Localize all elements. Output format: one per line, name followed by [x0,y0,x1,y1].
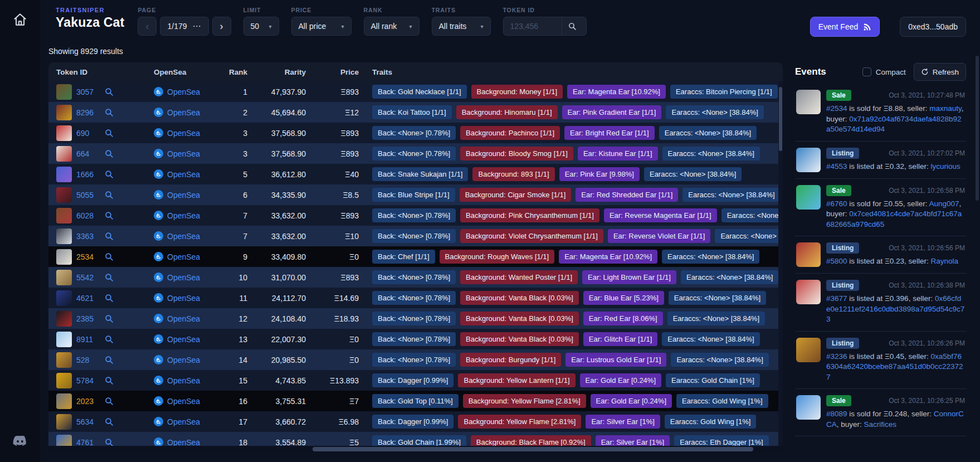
opensea-link[interactable]: OpenSea [146,108,221,117]
table-vertical-scrollbar[interactable] [778,81,783,446]
pager-more-icon[interactable]: ⋯ [193,21,202,31]
opensea-link[interactable]: OpenSea [146,334,221,344]
token-id-input[interactable] [504,22,562,31]
table-row[interactable]: 664 OpenSea 3 37,568.90 Ξ893 Back: <None… [48,143,783,164]
opensea-link[interactable]: OpenSea [146,252,221,261]
event-link[interactable]: #6760 [826,200,847,208]
event-link[interactable]: maxnauty [929,104,962,113]
event-link[interactable]: #5800 [826,257,847,265]
wallet-button[interactable]: 0xed3...50adb [900,17,966,37]
pager-prev-button[interactable]: ‹ [138,17,157,36]
token-id-search-button[interactable] [562,17,583,35]
event-link[interactable]: #3236 [826,352,847,361]
table-row[interactable]: 2534 OpenSea 9 33,409.80 Ξ0 Back: Chef [… [48,246,783,267]
zoom-icon[interactable] [104,190,114,200]
token-id-link[interactable]: 2385 [76,314,100,323]
token-id-link[interactable]: 528 [76,356,100,364]
zoom-icon[interactable] [104,169,114,179]
opensea-link[interactable]: OpenSea [146,211,221,220]
zoom-icon[interactable] [104,231,114,241]
opensea-link[interactable]: OpenSea [146,417,221,426]
table-row[interactable]: 690 OpenSea 3 37,568.90 Ξ893 Back: <None… [48,123,783,143]
token-id-link[interactable]: 6028 [76,211,100,220]
table-row[interactable]: 3363 OpenSea 7 33,632.00 Ξ10 Back: <None… [48,226,783,246]
table-horizontal-scrollbar[interactable] [48,446,783,453]
event-link[interactable]: #8089 [826,410,847,418]
token-id-link[interactable]: 5784 [76,376,100,385]
zoom-icon[interactable] [104,334,114,344]
page-scrollbar[interactable] [976,56,979,201]
table-row[interactable]: 8296 OpenSea 2 45,694.60 Ξ12 Back: Koi T… [48,102,783,123]
event-link[interactable]: #3677 [826,294,847,303]
rank-select[interactable]: All rank▾ [364,17,420,36]
table-row[interactable]: 2385 OpenSea 12 24,108.40 Ξ18.93 Back: <… [48,308,783,329]
table-row[interactable]: 5055 OpenSea 6 34,335.90 Ξ8.5 Back: Blue… [48,184,783,205]
event-card[interactable]: Listing Oct 3, 2021, 10:26:38 PM #3677 i… [795,274,966,332]
token-id-link[interactable]: 8911 [76,335,100,344]
table-row[interactable]: 8911 OpenSea 13 22,007.30 Ξ0 Back: <None… [48,329,783,349]
table-row[interactable]: 3057 OpenSea 1 47,937.90 Ξ893 Back: Gold… [48,81,783,102]
zoom-icon[interactable] [104,87,114,96]
token-id-link[interactable]: 8296 [76,108,100,117]
token-id-link[interactable]: 5055 [76,191,100,200]
opensea-link[interactable]: OpenSea [146,87,221,96]
opensea-link[interactable]: OpenSea [146,231,221,241]
zoom-icon[interactable] [104,396,114,406]
event-card[interactable]: Sale Oct 3, 2021, 10:27:48 PM #2534 is s… [795,84,966,142]
event-card[interactable]: Sale Oct 3, 2021, 10:26:58 PM #6760 is s… [795,179,966,237]
opensea-link[interactable]: OpenSea [146,396,221,406]
opensea-link[interactable]: OpenSea [146,376,221,385]
zoom-icon[interactable] [104,273,114,282]
zoom-icon[interactable] [104,211,114,220]
event-link[interactable]: Raynola [930,257,958,265]
token-id-link[interactable]: 3363 [76,232,100,241]
zoom-icon[interactable] [104,355,114,364]
token-id-link[interactable]: 4621 [76,294,100,303]
token-id-link[interactable]: 2534 [76,252,100,261]
opensea-link[interactable]: OpenSea [146,190,221,200]
event-card[interactable]: Sale Oct 3, 2021, 10:26:25 PM #8089 is s… [795,389,966,436]
opensea-link[interactable]: OpenSea [146,293,221,303]
zoom-icon[interactable] [104,376,114,385]
table-row[interactable]: 528 OpenSea 14 20,985.50 Ξ0 Back: <None>… [48,349,783,370]
token-id-link[interactable]: 5634 [76,417,100,426]
discord-icon[interactable] [13,435,27,449]
table-row[interactable]: 2023 OpenSea 16 3,755.31 Ξ7 Back: Gold T… [48,391,783,411]
zoom-icon[interactable] [104,108,114,117]
event-card[interactable]: Listing Oct 3, 2021, 10:26:26 PM #3236 i… [795,332,966,390]
price-select[interactable]: All price▾ [291,17,352,36]
opensea-link[interactable]: OpenSea [146,355,221,364]
zoom-icon[interactable] [104,252,114,261]
opensea-link[interactable]: OpenSea [146,169,221,179]
table-row[interactable]: 5784 OpenSea 15 4,743.85 Ξ13.893 Back: D… [48,370,783,391]
opensea-link[interactable]: OpenSea [146,273,221,282]
pager-next-button[interactable]: › [212,17,231,36]
event-link[interactable]: #2534 [826,104,847,113]
opensea-link[interactable]: OpenSea [146,149,221,158]
compact-checkbox[interactable] [862,67,871,76]
event-card[interactable]: Listing Oct 3, 2021, 10:27:02 PM #4553 i… [795,142,966,179]
event-link[interactable]: #4553 [826,162,847,171]
zoom-icon[interactable] [104,417,114,426]
traits-select[interactable]: All traits▾ [432,17,491,36]
limit-select[interactable]: 50▾ [243,17,279,36]
event-link[interactable]: lycurious [930,162,960,171]
pager-value[interactable]: 1/179⋯ [160,17,208,36]
zoom-icon[interactable] [104,314,114,323]
event-link[interactable]: Sacrifices [864,420,897,429]
table-row[interactable]: 4621 OpenSea 11 24,112.70 Ξ14.69 Back: <… [48,288,783,308]
token-id-link[interactable]: 3057 [76,87,100,96]
event-feed-button[interactable]: Event Feed [810,17,880,37]
opensea-link[interactable]: OpenSea [146,128,221,138]
token-id-link[interactable]: 664 [76,149,100,158]
event-card[interactable]: Listing Oct 3, 2021, 10:26:56 PM #5800 i… [795,236,966,274]
token-id-link[interactable]: 690 [76,129,100,138]
table-row[interactable]: 5634 OpenSea 17 3,660.72 Ξ6.98 Back: Dag… [48,411,783,432]
token-id-link[interactable]: 1666 [76,170,100,179]
table-row[interactable]: 6028 OpenSea 7 33,632.00 Ξ893 Back: <Non… [48,205,783,226]
zoom-icon[interactable] [104,293,114,303]
zoom-icon[interactable] [104,128,114,138]
table-row[interactable]: 1666 OpenSea 5 36,612.80 Ξ40 Back: Snake… [48,164,783,184]
home-icon[interactable] [13,12,27,29]
zoom-icon[interactable] [104,149,114,158]
